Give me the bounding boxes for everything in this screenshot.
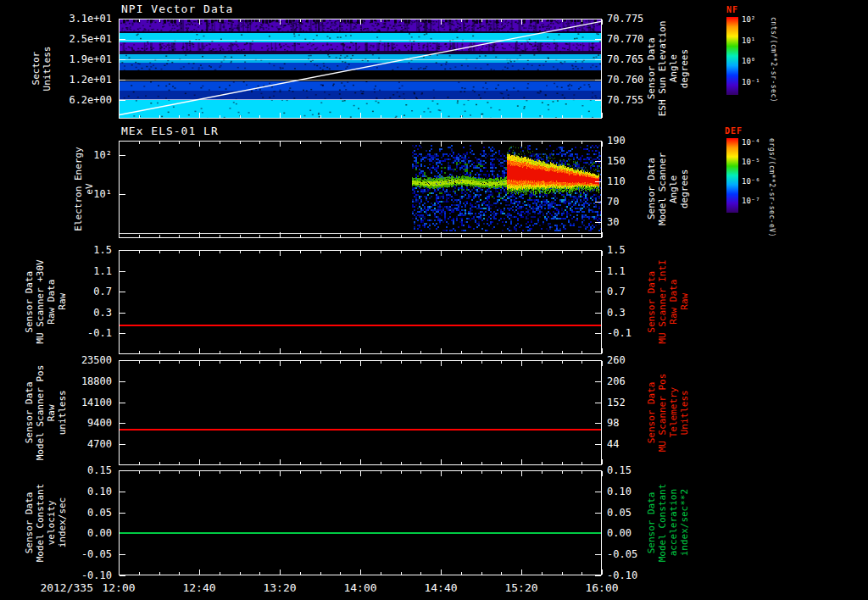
x-axis-tick-mark [521, 142, 522, 147]
x-axis-tick-mark [259, 19, 260, 22]
x-axis-tick-mark [280, 19, 281, 25]
x-axis-tick-mark [441, 459, 442, 464]
y-axis-tick-label: -0.05 [47, 548, 112, 560]
right-axis-tick-label: 190 [607, 135, 658, 147]
x-axis-tick-mark [381, 19, 381, 22]
y-axis-tick-label: 23500 [47, 354, 112, 366]
x-axis-tick-mark [420, 462, 421, 464]
x-axis-tick-mark [602, 471, 603, 476]
x-axis-tick-mark [320, 351, 321, 353]
x-axis-tick-mark [501, 462, 502, 464]
right-axis-tick-label: 0.05 [607, 507, 658, 519]
y-axis-tick-label: 1.1 [47, 265, 112, 277]
x-axis-tick-mark [300, 351, 301, 353]
y-axis-tick-label: 3.1e+01 [47, 13, 112, 25]
def-colorbar [726, 138, 738, 213]
x-axis-tick-mark [401, 471, 402, 474]
x-axis-tick-mark [300, 251, 301, 253]
x-axis-tick-mark [602, 142, 603, 147]
x-axis-tick-mark [220, 235, 220, 237]
x-axis-tick-mark [441, 251, 442, 256]
y-axis-tick-label: 1.5 [47, 244, 112, 256]
right-axis-tick-label: 0.7 [607, 286, 658, 297]
nf-colorbar-title: NF [726, 5, 738, 14]
x-axis-tick-mark [220, 115, 220, 118]
y-axis-tick-mark [595, 403, 601, 403]
y-axis-tick-mark [120, 423, 125, 424]
right-axis-tick-label: -0.05 [607, 548, 658, 560]
x-axis-tick-mark [300, 471, 301, 474]
x-axis-tick-mark [300, 19, 301, 22]
y-axis-tick-mark [120, 194, 125, 195]
figure-root: NPI Vector Data MEx ELS-01 LR Sector Uni… [0, 0, 868, 600]
x-axis-tick-mark [220, 462, 220, 464]
x-axis-tick-mark [220, 351, 220, 353]
x-axis-tick-mark [501, 351, 502, 353]
x-axis-tick-mark [340, 361, 341, 364]
x-axis-tick-mark [602, 19, 603, 25]
x-axis-tick-mark [119, 232, 120, 237]
y-axis-tick-mark [120, 313, 125, 314]
y-axis-tick-mark [120, 470, 125, 471]
x-axis-tick-mark [320, 19, 321, 22]
x-axis-tick-mark [360, 348, 361, 353]
y-axis-tick-mark [595, 141, 601, 142]
right-axis-tick-label: 1.1 [607, 265, 658, 277]
x-axis-tick-mark [179, 19, 180, 22]
y-axis-tick-label: 10² [47, 149, 112, 161]
right-axis-tick-label: -0.1 [607, 327, 658, 339]
x-axis-tick-mark [179, 572, 180, 575]
x-axis-tick-mark [280, 251, 281, 256]
x-axis-tick-mark [300, 462, 301, 464]
x-axis-tick-mark [401, 462, 402, 464]
x-axis-tick-mark [119, 569, 120, 575]
x-axis-tick-mark [401, 142, 402, 144]
x-axis-tick-mark [441, 113, 442, 118]
x-axis-tick-mark [320, 142, 321, 144]
x-axis-tick-mark [340, 19, 341, 22]
y-axis-tick-mark [595, 360, 601, 361]
x-axis-tick-mark [420, 351, 421, 353]
y-axis-tick-mark [120, 59, 125, 60]
x-axis-tick-mark [401, 235, 402, 237]
x-axis-tick-mark [581, 572, 582, 575]
nf-colorbar-unit-label: cnts/(cm**2-sr-sec) [770, 17, 777, 103]
y-axis-tick-mark [120, 80, 125, 81]
right-axis-tick-label: 70.765 [607, 53, 658, 65]
els-spectrogram-panel [119, 141, 602, 238]
x-axis-tick-mark [542, 142, 542, 144]
x-axis-tick-mark [521, 251, 522, 256]
x-axis-tick-mark [521, 232, 522, 237]
y-axis-tick-label: -0.1 [47, 327, 112, 339]
y-axis-tick-label: 0.7 [47, 286, 112, 297]
x-axis-tick-mark [581, 361, 582, 364]
x-axis-tick-mark [340, 351, 341, 353]
y-axis-tick-label: 0.15 [47, 464, 112, 476]
x-axis-tick-mark [562, 471, 563, 474]
x-axis-tick-mark [481, 351, 482, 353]
y-axis-tick-mark [595, 313, 601, 314]
x-axis-tick-mark [159, 19, 160, 22]
right-axis-tick-label: 98 [607, 417, 658, 429]
x-axis-tick-mark [280, 569, 281, 575]
x-axis-tick-mark [199, 142, 200, 147]
right-axis-tick-label: 30 [607, 216, 658, 228]
x-axis-tick-mark [381, 462, 381, 464]
right-axis-tick-label: 0.00 [607, 527, 658, 539]
x-axis-tick-mark [481, 462, 482, 464]
x-axis-tick-mark [320, 462, 321, 464]
x-axis-tick-mark [220, 19, 220, 22]
x-axis-tick-mark [220, 142, 220, 144]
x-axis-tick-label: 15:20 [494, 581, 548, 594]
colorbar-tick-label: 10¹ [742, 36, 755, 45]
x-axis-tick-mark [259, 115, 260, 118]
x-axis-tick-mark [461, 462, 462, 464]
x-axis-tick-mark [240, 572, 241, 575]
x-axis-tick-mark [259, 471, 260, 474]
x-axis-tick-mark [481, 572, 482, 575]
x-axis-tick-mark [420, 115, 421, 118]
x-axis-tick-mark [562, 251, 563, 253]
y-axis-tick-mark [595, 333, 601, 334]
x-axis-tick-mark [360, 569, 361, 575]
right-axis-tick-label: 70.760 [607, 74, 658, 86]
